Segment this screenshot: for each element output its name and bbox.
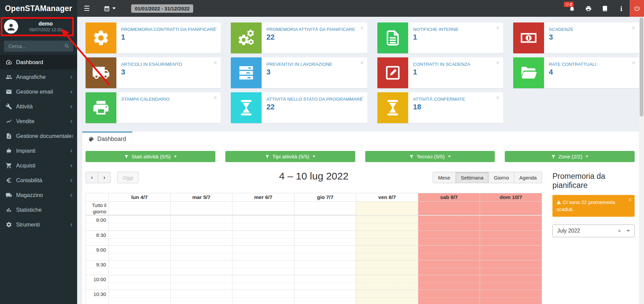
widget-card-contratti-in-scadenza[interactable]: CONTRATTI IN SCADENZA1×	[377, 57, 503, 88]
calendar-slot[interactable]	[480, 216, 542, 231]
widget-card-attivit-nello-stato-da-programmare[interactable]: ATTIVITÀ NELLO STATO DA PROGRAMMARE22×	[231, 92, 367, 123]
close-icon[interactable]: ×	[214, 60, 217, 66]
calendar-slot[interactable]	[480, 290, 542, 304]
calendar-slot[interactable]	[356, 231, 418, 245]
filter-button-tipi-attivit-5-5[interactable]: Tipi attività (5/5)	[225, 151, 355, 162]
widget-card-promemoria-attivit-da-pianificare[interactable]: PROMEMORIA ATTIVITÀ DA PIANIFICARE22×	[231, 22, 367, 53]
widget-card-scadenze[interactable]: SCADENZE3×	[513, 22, 639, 53]
view-button-mese[interactable]: Mese	[433, 172, 456, 183]
sidebar-item-gestione-email[interactable]: Gestione email‹	[0, 84, 77, 99]
sidebar-item-statistiche[interactable]: Statistiche	[0, 202, 77, 217]
calendar-slot[interactable]	[170, 216, 232, 231]
filter-button-zone-2-2[interactable]: Zone (2/2)	[505, 151, 635, 162]
notifications-button[interactable]: 2	[564, 0, 580, 17]
calendar-slot[interactable]	[108, 231, 170, 245]
close-icon[interactable]: ×	[496, 25, 500, 31]
calendar-slot[interactable]	[294, 231, 356, 245]
close-icon[interactable]: ×	[360, 25, 364, 31]
view-button-settimana[interactable]: Settimana	[455, 172, 489, 183]
info-button[interactable]	[613, 0, 630, 17]
calendar-slot[interactable]	[232, 216, 294, 231]
allday-cell[interactable]	[418, 202, 480, 215]
sidebar-item-attivit[interactable]: Attività‹	[0, 99, 77, 114]
search-icon[interactable]	[64, 43, 70, 49]
calendar-slot[interactable]	[170, 275, 232, 290]
sidebar-item-anagrafiche[interactable]: Anagrafiche‹	[0, 69, 77, 84]
calendar-slot[interactable]	[108, 216, 170, 231]
calendar-slot[interactable]	[108, 290, 170, 304]
calendar-slot[interactable]	[480, 231, 542, 245]
allday-cell[interactable]	[170, 202, 232, 215]
month-select[interactable]: July 2022 ×	[552, 224, 635, 237]
widget-card-notifiche-interne[interactable]: NOTIFICHE INTERNE1×	[377, 22, 503, 53]
calendar-slot[interactable]	[294, 290, 356, 304]
calendar-slot[interactable]	[294, 275, 356, 290]
view-button-giorno[interactable]: Giorno	[488, 172, 514, 183]
calendar-slot[interactable]	[418, 231, 480, 245]
close-icon[interactable]: ×	[632, 25, 635, 31]
sidebar-item-dashboard[interactable]: Dashboard	[0, 55, 77, 69]
user-panel[interactable]: demo 08/07/2022 12:32	[0, 17, 77, 36]
calendar-slot[interactable]	[418, 290, 480, 304]
sidebar-item-contabilit[interactable]: Contabilità‹	[0, 173, 77, 188]
docs-button[interactable]	[597, 0, 613, 17]
allday-cell[interactable]	[294, 202, 356, 215]
calendar-slot[interactable]	[232, 275, 294, 290]
calendar-slot[interactable]	[294, 216, 356, 231]
calendar-slot[interactable]	[480, 260, 542, 275]
date-range-badge[interactable]: 01/01/2022 - 31/12/2022	[131, 4, 193, 13]
calendar-slot[interactable]	[480, 275, 542, 290]
calendar-slot[interactable]	[232, 260, 294, 275]
calendar-slot[interactable]	[356, 275, 418, 290]
calendar-slot[interactable]	[294, 260, 356, 275]
allday-cell[interactable]	[356, 202, 418, 215]
close-icon[interactable]: ×	[360, 95, 364, 101]
calendar-slot[interactable]	[108, 246, 170, 260]
sidebar-item-gestione-documentale[interactable]: Gestione documentale‹	[0, 129, 77, 143]
calendar-slot[interactable]	[294, 246, 356, 260]
filter-button-tecnici-5-5[interactable]: Tecnici (5/5)	[365, 151, 495, 162]
view-button-agenda[interactable]: Agenda	[514, 172, 542, 183]
calendar-slot[interactable]	[108, 275, 170, 290]
alert-close-icon[interactable]: ×	[629, 197, 632, 203]
widget-card-rate-contrattuali[interactable]: RATE CONTRATTUALI4×	[513, 57, 639, 88]
close-icon[interactable]: ×	[496, 60, 500, 66]
calendar-slot[interactable]	[170, 231, 232, 245]
print-button[interactable]	[580, 0, 597, 17]
calendar-slot[interactable]	[418, 216, 480, 231]
filter-button-stati-attivit-5-5[interactable]: Stati attività (5/5)	[86, 151, 215, 162]
calendar-slot[interactable]	[418, 246, 480, 260]
close-icon[interactable]: ×	[214, 25, 217, 31]
calendar-slot[interactable]	[356, 216, 418, 231]
calendar-slot[interactable]	[232, 246, 294, 260]
calendar-slot[interactable]	[170, 260, 232, 275]
widget-card-stampa-calendario[interactable]: STAMPA CALENDARIO×	[86, 92, 221, 123]
allday-cell[interactable]	[480, 202, 542, 215]
hamburger-menu-icon[interactable]: ☰	[77, 0, 97, 17]
period-calendar-dropdown[interactable]	[104, 5, 116, 12]
scrollbar-thumb[interactable]	[640, 17, 643, 116]
sidebar-item-vendite[interactable]: Vendite‹	[0, 114, 77, 129]
sidebar-item-impianti[interactable]: Impianti‹	[0, 143, 77, 158]
widget-card-articoli-in-esaurimento[interactable]: ARTICOLI IN ESAURIMENTO3×	[86, 57, 221, 88]
widget-card-attivit-confermate[interactable]: ATTIVITÀ CONFERMATE18×	[377, 92, 503, 123]
sidebar-item-acquisti[interactable]: Acquisti‹	[0, 158, 77, 173]
close-icon[interactable]: ×	[360, 60, 364, 66]
search-input[interactable]	[4, 41, 73, 52]
calendar-slot[interactable]	[170, 290, 232, 304]
allday-cell[interactable]	[108, 202, 170, 215]
sidebar-item-strumenti[interactable]: Strumenti‹	[0, 217, 77, 232]
sidebar-item-magazzino[interactable]: Magazzino‹	[0, 188, 77, 202]
calendar-slot[interactable]	[170, 246, 232, 260]
clear-selection-icon[interactable]: ×	[618, 228, 621, 234]
calendar-slot[interactable]	[356, 246, 418, 260]
calendar-slot[interactable]	[232, 231, 294, 245]
calendar-slot[interactable]	[418, 260, 480, 275]
app-logo[interactable]: OpenSTAManager	[0, 0, 77, 17]
calendar-slot[interactable]	[232, 290, 294, 304]
calendar-slot[interactable]	[108, 260, 170, 275]
close-icon[interactable]: ×	[496, 95, 500, 101]
calendar-slot[interactable]	[356, 260, 418, 275]
tab-dashboard[interactable]: Dashboard	[82, 132, 132, 146]
close-icon[interactable]: ×	[632, 60, 635, 66]
